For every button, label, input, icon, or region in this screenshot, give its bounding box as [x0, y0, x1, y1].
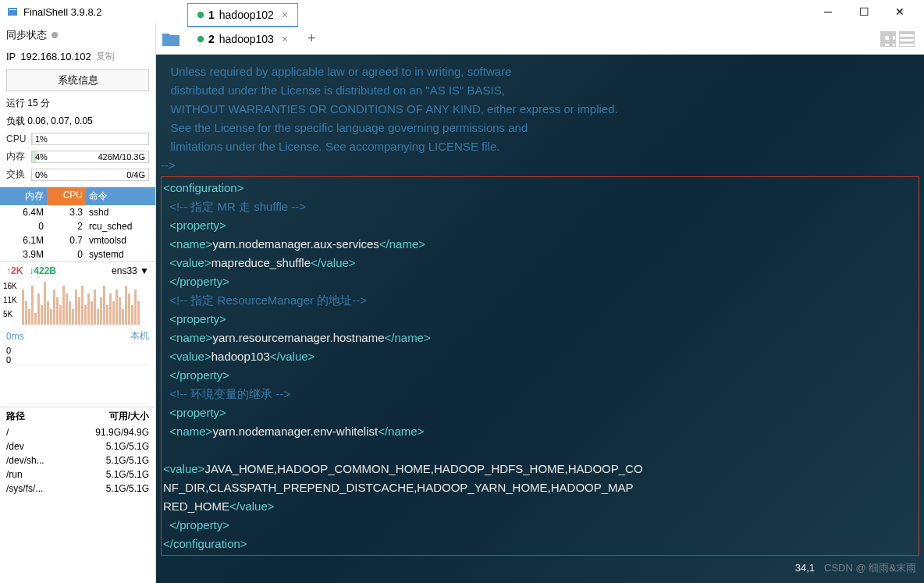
tab-hadoop102[interactable]: 1 hadoop102× [187, 3, 298, 27]
latency-host[interactable]: 本机 [130, 329, 149, 343]
disk-row[interactable]: /sys/fs/...5.1G/5.1G [0, 482, 155, 496]
watermark: CSDN @ 细雨&末雨 [824, 560, 916, 577]
cpu-label: CPU [6, 133, 28, 144]
disk-row[interactable]: /91.9G/94.9G [0, 425, 155, 439]
process-row[interactable]: 3.9M0systemd [0, 247, 155, 261]
license-line: See the License for the specific languag… [161, 119, 919, 137]
disk-row[interactable]: /dev/sh...5.1G/5.1G [0, 453, 155, 467]
mem-bar: 4%426M/10.3G [31, 151, 149, 163]
status-dot-icon [197, 36, 204, 42]
latency-value: 0ms [6, 331, 24, 342]
license-line: WITHOUT WARRANTIES OR CONDITIONS OF ANY … [161, 100, 919, 119]
tab-close-icon[interactable]: × [282, 33, 288, 45]
grid-view-icon[interactable] [880, 31, 896, 47]
sidebar: 同步状态 IP 192.168.10.102 复制 系统信息 运行 15 分 负… [0, 23, 156, 583]
latency-chart [6, 364, 149, 403]
sync-status: 同步状态 [0, 23, 155, 47]
process-row[interactable]: 6.1M0.7vmtoolsd [0, 233, 155, 247]
maximize-button[interactable]: ☐ [846, 0, 882, 23]
copy-button[interactable]: 复制 [96, 50, 115, 63]
titlebar: FinalShell 3.9.8.2 ─ ☐ ✕ [0, 0, 924, 23]
swap-label: 交换 [6, 168, 28, 181]
swap-bar: 0%0/4G [31, 169, 149, 181]
net-interface-select[interactable]: ens33 ▼ [112, 265, 149, 276]
tabbar: 1 hadoop102×2 hadoop103×3 hadoop104× + [156, 23, 924, 55]
network-chart [0, 279, 155, 326]
ip-value: 192.168.10.102 [20, 51, 91, 62]
license-line: --> [161, 156, 919, 175]
sync-dot-icon [52, 32, 58, 38]
license-line: Unless required by applicable law or agr… [161, 62, 919, 81]
cursor-position: 34,1 [795, 560, 815, 577]
net-upload: ↑2K [6, 265, 23, 276]
ip-label: IP [6, 51, 16, 62]
disk-row[interactable]: /dev5.1G/5.1G [0, 439, 155, 453]
folder-icon[interactable] [159, 27, 183, 51]
config-highlight: <configuration> <!-- 指定 MR 走 shuffle -->… [161, 176, 919, 556]
terminal[interactable]: Unless required by applicable law or agr… [156, 55, 924, 583]
license-line: limitations under the License. See accom… [161, 137, 919, 156]
process-table: 内存 CPU 命令 6.4M3.3sshd02rcu_sched6.1M0.7v… [0, 187, 155, 261]
cpu-bar: 1% [31, 133, 149, 145]
license-line: distributed under the License is distrib… [161, 81, 919, 100]
svg-rect-0 [8, 8, 17, 16]
mem-label: 内存 [6, 150, 28, 163]
system-info-button[interactable]: 系统信息 [6, 69, 149, 91]
add-tab-button[interactable]: + [300, 27, 324, 50]
disk-table: 路径 可用/大小 /91.9G/94.9G/dev5.1G/5.1G/dev/s… [0, 407, 155, 496]
app-title: FinalShell 3.9.8.2 [23, 6, 101, 18]
col-cpu[interactable]: CPU [47, 187, 86, 205]
process-row[interactable]: 6.4M3.3sshd [0, 205, 155, 219]
col-mem[interactable]: 内存 [0, 187, 47, 205]
status-dot-icon [197, 12, 204, 18]
uptime: 运行 15 分 [6, 97, 50, 110]
close-button[interactable]: ✕ [882, 0, 918, 23]
col-cmd[interactable]: 命令 [86, 187, 155, 205]
app-icon [6, 5, 19, 18]
minimize-button[interactable]: ─ [810, 0, 846, 23]
load: 负载 0.06, 0.07, 0.05 [6, 115, 93, 128]
tab-close-icon[interactable]: × [282, 9, 288, 21]
list-view-icon[interactable] [899, 31, 915, 47]
net-download: ↓422B [29, 265, 56, 276]
process-row[interactable]: 02rcu_sched [0, 219, 155, 233]
network-row: ↑2K ↓422B ens33 ▼ [0, 261, 155, 279]
disk-row[interactable]: /run5.1G/5.1G [0, 467, 155, 482]
tab-hadoop103[interactable]: 2 hadoop103× [187, 27, 298, 51]
svg-rect-1 [9, 9, 16, 10]
